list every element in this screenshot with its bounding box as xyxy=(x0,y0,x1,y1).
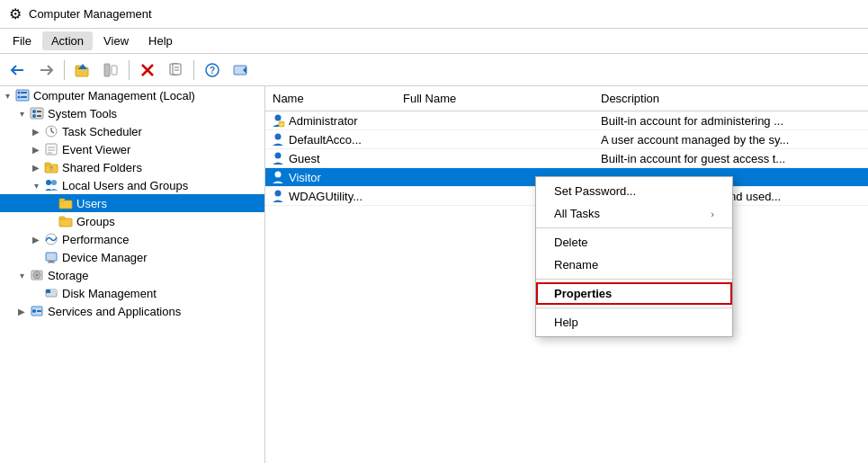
tree-services-applications-label: Services and Applications xyxy=(45,305,181,318)
user-icon-wdag: WDAGUtility... xyxy=(265,189,396,203)
menu-action[interactable]: Action xyxy=(42,31,93,50)
context-all-tasks[interactable]: All Tasks › xyxy=(536,202,732,225)
help-button[interactable]: ? xyxy=(200,58,225,82)
storage-arrow: ▾ xyxy=(14,271,29,280)
root-arrow: ▾ xyxy=(0,91,14,101)
user-desc-guest: Built-in account for guest access t... xyxy=(594,152,868,165)
svg-rect-3 xyxy=(104,64,110,76)
list-header: Name Full Name Description xyxy=(265,86,868,111)
properties-button[interactable] xyxy=(163,58,188,82)
tree-root-label: Computer Management (Local) xyxy=(31,89,195,102)
context-properties[interactable]: Properties xyxy=(536,282,732,305)
context-rename[interactable]: Rename xyxy=(536,254,732,276)
system-tools-arrow: ▾ xyxy=(14,109,29,119)
context-separator-3 xyxy=(536,307,732,308)
svg-point-56 xyxy=(275,172,282,178)
user-name-admin: Administrator xyxy=(289,114,358,128)
toolbar: ? xyxy=(0,54,868,86)
context-separator-2 xyxy=(536,279,732,280)
tree-panel[interactable]: ▾ Computer Management (Local) ▾ xyxy=(0,86,265,463)
performance-icon xyxy=(43,232,59,246)
svg-rect-17 xyxy=(21,96,27,98)
tree-storage[interactable]: ▾ Storage xyxy=(0,266,264,284)
svg-rect-38 xyxy=(59,217,65,219)
col-description[interactable]: Description xyxy=(594,90,868,107)
svg-rect-20 xyxy=(37,111,41,112)
svg-point-33 xyxy=(46,180,51,185)
list-item[interactable]: Administrator Built-in account for admin… xyxy=(265,111,868,130)
svg-point-55 xyxy=(275,153,282,159)
tree-services-applications[interactable]: ▶ Services and Applications xyxy=(0,302,264,320)
tree-disk-management[interactable]: Disk Management xyxy=(0,284,264,302)
shared-folders-arrow: ▶ xyxy=(29,163,43,173)
tree-system-tools-label: System Tools xyxy=(45,107,117,120)
user-desc-admin: Built-in account for administering ... xyxy=(594,114,868,128)
context-menu: Set Password... All Tasks › Delete Renam… xyxy=(535,176,733,337)
col-fullname[interactable]: Full Name xyxy=(396,90,594,107)
context-separator-1 xyxy=(536,227,732,228)
menu-view[interactable]: View xyxy=(94,31,138,50)
tree-groups[interactable]: Groups xyxy=(0,212,264,230)
svg-rect-18 xyxy=(31,108,43,119)
context-help[interactable]: Help xyxy=(536,311,732,334)
menu-file[interactable]: File xyxy=(4,31,40,50)
toolbar-separator-1 xyxy=(64,60,65,80)
svg-rect-22 xyxy=(37,115,41,117)
device-manager-icon xyxy=(43,250,59,264)
user-icon-guest: Guest xyxy=(265,151,396,165)
shared-folders-icon xyxy=(43,160,59,174)
tree-device-manager[interactable]: Device Manager xyxy=(0,248,264,266)
svg-rect-15 xyxy=(21,92,27,93)
list-item[interactable]: Guest Built-in account for guest access … xyxy=(265,149,868,168)
svg-point-19 xyxy=(32,110,36,113)
svg-point-16 xyxy=(18,96,21,99)
context-delete[interactable]: Delete xyxy=(536,231,732,254)
tree-performance[interactable]: ▶ Performance xyxy=(0,230,264,248)
delete-button[interactable] xyxy=(135,58,160,82)
folder-up-button[interactable] xyxy=(70,58,95,82)
context-set-password[interactable]: Set Password... xyxy=(536,180,732,202)
back-button[interactable] xyxy=(5,58,31,82)
toolbar-separator-2 xyxy=(129,60,130,80)
groups-folder-icon xyxy=(58,214,74,228)
forward-button[interactable] xyxy=(33,58,58,82)
menu-bar: File Action View Help xyxy=(0,29,868,54)
list-item[interactable]: DefaultAcco... A user account managed by… xyxy=(265,130,868,149)
services-applications-icon xyxy=(29,304,45,318)
local-users-icon xyxy=(43,178,59,192)
performance-arrow: ▶ xyxy=(29,235,43,245)
tree-event-viewer[interactable]: ▶ Event Viewer xyxy=(0,140,264,158)
show-hide-button[interactable] xyxy=(98,58,123,82)
svg-point-34 xyxy=(51,180,57,185)
tree-system-tools[interactable]: ▾ System Tools xyxy=(0,104,264,122)
local-users-arrow: ▾ xyxy=(29,181,43,191)
svg-point-21 xyxy=(32,114,36,118)
tree-disk-management-label: Disk Management xyxy=(59,287,157,300)
svg-rect-47 xyxy=(46,289,50,293)
title-bar-text: Computer Management xyxy=(29,7,152,21)
tree-root[interactable]: ▾ Computer Management (Local) xyxy=(0,86,264,104)
svg-point-45 xyxy=(36,274,39,277)
menu-help[interactable]: Help xyxy=(139,31,182,50)
storage-icon xyxy=(29,268,45,282)
tree-shared-folders[interactable]: ▶ Shared Folders xyxy=(0,158,264,176)
tree-users-label: Users xyxy=(74,197,107,210)
svg-point-14 xyxy=(18,92,21,94)
tree-users[interactable]: Users xyxy=(0,194,264,212)
svg-rect-40 xyxy=(46,253,57,261)
col-name[interactable]: Name xyxy=(265,90,396,107)
user-icon-defaultaccount: DefaultAcco... xyxy=(265,132,396,147)
tree-shared-folders-label: Shared Folders xyxy=(59,161,142,174)
main-layout: ▾ Computer Management (Local) ▾ xyxy=(0,86,868,463)
svg-rect-48 xyxy=(50,289,57,293)
tree-task-scheduler[interactable]: ▶ Task Scheduler xyxy=(0,122,264,140)
tree-local-users-groups[interactable]: ▾ Local Users and Groups xyxy=(0,176,264,194)
user-icon-visitor: Visitor xyxy=(265,170,396,184)
svg-rect-53 xyxy=(279,121,284,127)
extra-button[interactable] xyxy=(228,58,253,82)
user-name-wdag: WDAGUtility... xyxy=(289,190,362,203)
event-viewer-arrow: ▶ xyxy=(29,145,43,155)
tree-device-manager-label: Device Manager xyxy=(59,251,148,264)
svg-point-50 xyxy=(32,309,36,313)
services-applications-arrow: ▶ xyxy=(14,307,29,316)
